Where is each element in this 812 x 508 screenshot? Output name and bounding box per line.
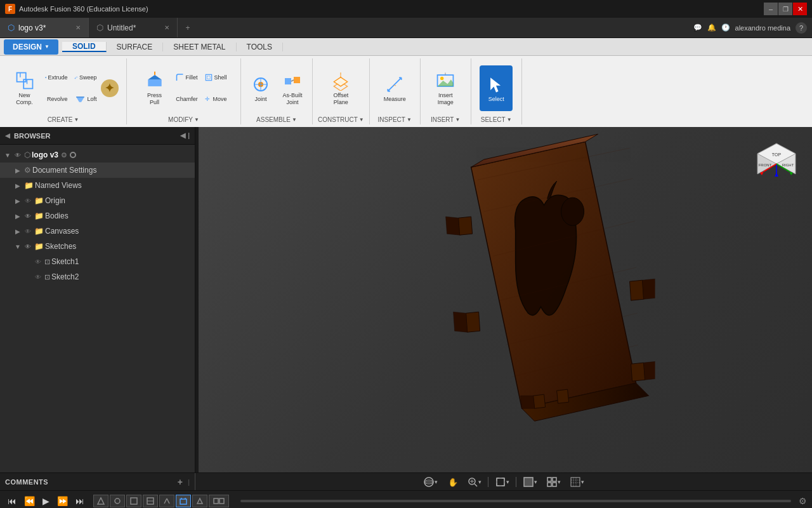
tab-logo-v3[interactable]: ⬡ logo v3* ✕ — [0, 18, 89, 37]
orbit-btn[interactable]: ▾ — [419, 475, 442, 489]
eye-bodies[interactable]: 👁 — [23, 211, 33, 221]
tab-close-icon-2[interactable]: ✕ — [164, 24, 169, 31]
btn-create-more[interactable]: ✦ — [101, 79, 119, 97]
eye-sketches[interactable]: 👁 — [23, 241, 33, 251]
anim-timeline[interactable] — [240, 500, 791, 502]
eye-sketch1[interactable]: 👁 — [33, 257, 43, 267]
tab-surface[interactable]: SURFACE — [107, 43, 164, 51]
tab-tools[interactable]: TOOLS — [237, 43, 283, 51]
btn-insert-image[interactable]: InsertImage — [429, 65, 462, 111]
expander-root[interactable]: ▼ — [3, 150, 13, 160]
ribbon-group-create: NewComp. Extrude — [0, 58, 127, 124]
tree-item-origin[interactable]: ▶ 👁 📁 Origin — [0, 193, 195, 208]
viewport[interactable]: TOP FRONT RIGHT — [199, 127, 812, 472]
tab-add-btn[interactable]: + — [178, 18, 198, 37]
design-label: DESIGN — [13, 43, 42, 51]
expander-sketch1[interactable] — [23, 257, 33, 267]
tree-item-bodies[interactable]: ▶ 👁 📁 Bodies — [0, 208, 195, 224]
btn-select[interactable]: Select — [480, 65, 513, 111]
anim-next-btn[interactable]: ⏩ — [55, 495, 70, 507]
group-label-assemble: ASSEMBLE▼ — [256, 116, 297, 123]
zoom-btn[interactable]: ▾ — [463, 475, 485, 489]
svg-line-76 — [475, 484, 477, 486]
btn-press-pull[interactable]: PressPull — [138, 65, 171, 111]
close-btn[interactable]: ✕ — [793, 3, 807, 15]
ribbon-group-assemble: Joint As-BuiltJoint ASSEMBLE▼ — [241, 58, 313, 124]
btn-shell[interactable]: Shell — [202, 67, 230, 88]
marker-btn-1[interactable] — [93, 495, 108, 507]
history-icon[interactable]: 🕐 — [721, 23, 730, 32]
pan-btn[interactable]: ✋ — [443, 475, 462, 489]
browser-pin-btn[interactable]: | — [188, 132, 190, 139]
expander-bodies[interactable]: ▶ — [13, 211, 23, 221]
btn-measure[interactable]: ↔ Measure — [378, 65, 411, 111]
anim-settings-btn[interactable]: ⚙ — [799, 496, 807, 506]
marker-btn-5[interactable] — [159, 495, 174, 507]
btn-as-built-joint[interactable]: As-BuiltJoint — [278, 65, 307, 111]
browser-collapse-btn[interactable]: ◀ — [180, 131, 185, 140]
marker-btn-4[interactable] — [143, 495, 158, 507]
tree-item-sketches[interactable]: ▼ 👁 📁 Sketches — [0, 239, 195, 254]
btn-fillet[interactable]: Fillet — [173, 67, 200, 88]
snaps-btn[interactable]: ▾ — [566, 475, 588, 489]
btn-joint[interactable]: Joint — [246, 65, 275, 111]
svg-line-23 — [291, 80, 294, 81]
tree-item-root[interactable]: ▼ 👁 ⬡ logo v3 ⚙ — [0, 147, 195, 163]
expander-sketches[interactable]: ▼ — [13, 241, 23, 251]
marker-btn-3[interactable] — [126, 495, 141, 507]
grid-btn[interactable]: ▾ — [542, 475, 565, 489]
expander-sketch2[interactable] — [23, 272, 33, 282]
expander-named-views[interactable]: ▶ — [13, 180, 23, 190]
svg-marker-98 — [98, 498, 104, 504]
restore-btn[interactable]: ❐ — [778, 3, 792, 15]
user-name: alexandro medina — [735, 24, 790, 32]
btn-sweep[interactable]: Sweep — [72, 67, 100, 88]
marker-btn-6[interactable] — [176, 495, 191, 507]
tree-item-canvases[interactable]: ▶ 👁 📁 Canvases — [0, 224, 195, 239]
expander-origin[interactable]: ▶ — [13, 196, 23, 206]
eye-origin[interactable]: 👁 — [23, 196, 33, 206]
svg-rect-1 — [23, 79, 32, 88]
viewcube[interactable]: TOP FRONT RIGHT — [751, 137, 802, 188]
btn-loft[interactable]: Loft — [72, 89, 100, 109]
settings-icon[interactable]: ⚙ — [61, 151, 67, 159]
tab-close-icon[interactable]: ✕ — [75, 24, 81, 31]
btn-extrude[interactable]: Extrude — [43, 67, 70, 88]
btn-offset-plane[interactable]: OffsetPlane — [324, 65, 357, 111]
svg-rect-93 — [571, 478, 580, 486]
marker-btn-2[interactable] — [110, 495, 125, 507]
minimize-btn[interactable]: – — [764, 3, 778, 15]
expander-doc[interactable]: ▶ — [13, 165, 23, 175]
marker-btn-7[interactable] — [192, 495, 207, 507]
anim-play-btn[interactable]: ▶ — [40, 495, 52, 507]
item-label-sketch1: Sketch1 — [51, 257, 79, 266]
zoom-dropdown: ▾ — [478, 479, 481, 485]
tree-item-sketch1[interactable]: 👁 ⊡ Sketch1 — [0, 254, 195, 269]
design-button[interactable]: DESIGN ▼ — [4, 39, 58, 55]
tree-item-doc-settings[interactable]: ▶ ⚙ Document Settings — [0, 163, 195, 178]
marker-btn-8[interactable] — [209, 495, 229, 507]
tree-item-named-views[interactable]: ▶ 📁 Named Views — [0, 178, 195, 193]
svg-rect-8 — [74, 77, 75, 78]
tab-untitled[interactable]: ⬡ Untitled* ✕ — [89, 18, 178, 37]
comments-add-btn[interactable]: + — [178, 477, 183, 487]
eye-canvases[interactable]: 👁 — [23, 226, 33, 236]
anim-skip-end-btn[interactable]: ⏭ — [73, 495, 87, 507]
btn-chamfer[interactable]: Chamfer — [173, 89, 200, 109]
tab-sheet-metal[interactable]: SHEET METAL — [163, 43, 236, 51]
help-icon[interactable]: ? — [796, 22, 807, 34]
tab-solid[interactable]: SOLID — [62, 42, 107, 52]
display-mode-btn[interactable]: ▾ — [519, 475, 541, 489]
anim-prev-btn[interactable]: ⏪ — [22, 495, 37, 507]
anim-skip-start-btn[interactable]: ⏮ — [5, 495, 19, 507]
btn-revolve[interactable]: Revolve — [43, 89, 70, 109]
tree-item-sketch2[interactable]: 👁 ⊡ Sketch2 — [0, 269, 195, 284]
eye-sketch2[interactable]: 👁 — [33, 272, 43, 282]
fit-btn[interactable]: ▾ — [491, 475, 513, 489]
notification-icon[interactable]: 🔔 — [707, 23, 716, 32]
chat-icon[interactable]: 💬 — [693, 23, 702, 32]
btn-new-component[interactable]: NewComp. — [8, 65, 41, 111]
btn-move[interactable]: ✛ Move — [202, 89, 230, 109]
eye-root[interactable]: 👁 — [13, 150, 23, 160]
expander-canvases[interactable]: ▶ — [13, 226, 23, 236]
